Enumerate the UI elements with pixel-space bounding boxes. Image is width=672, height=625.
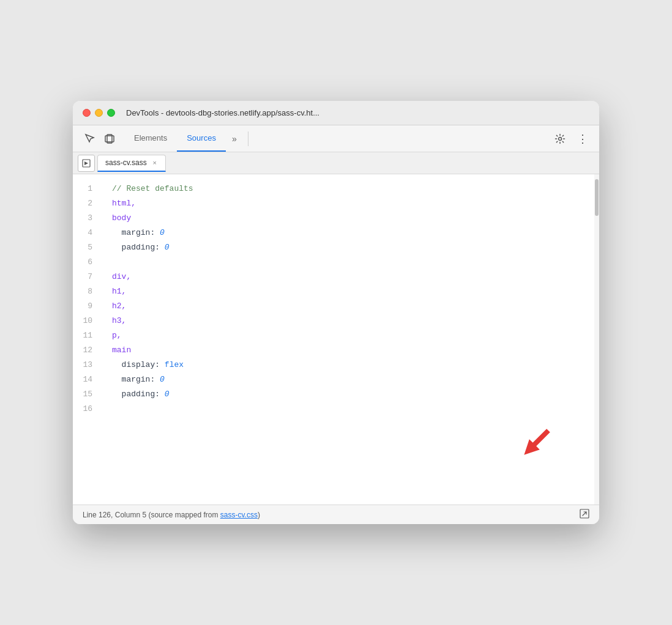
minimize-button[interactable] bbox=[95, 109, 103, 117]
status-source-link[interactable]: sass-cv.css bbox=[220, 511, 258, 519]
menu-icon[interactable]: ⋮ bbox=[572, 129, 592, 149]
status-bar: Line 126, Column 5 (source mapped from s… bbox=[73, 505, 599, 524]
toolbar: Elements Sources » ⋮ bbox=[73, 125, 599, 152]
settings-icon[interactable] bbox=[550, 129, 570, 149]
devtools-window: DevTools - devtools-dbg-stories.netlify.… bbox=[73, 101, 599, 524]
code-line-14: margin: 0 bbox=[112, 372, 584, 387]
maximize-button[interactable] bbox=[107, 109, 115, 117]
title-bar: DevTools - devtools-dbg-stories.netlify.… bbox=[73, 101, 599, 125]
code-line-4: margin: 0 bbox=[112, 226, 584, 240]
scrollbar[interactable] bbox=[594, 174, 599, 505]
status-text: Line 126, Column 5 (source mapped from s… bbox=[83, 511, 260, 519]
code-line-8: h1, bbox=[112, 284, 584, 299]
panel-toggle-icon[interactable] bbox=[78, 155, 95, 172]
scrollbar-thumb[interactable] bbox=[595, 179, 599, 216]
code-line-15: padding: 0 bbox=[112, 387, 584, 402]
file-tab-close-icon[interactable]: × bbox=[151, 158, 159, 167]
code-line-2: html, bbox=[112, 196, 584, 211]
code-line-6 bbox=[112, 255, 584, 270]
tab-elements[interactable]: Elements bbox=[124, 125, 177, 152]
more-tabs-icon[interactable]: » bbox=[226, 130, 243, 147]
inspect-icon[interactable] bbox=[80, 129, 100, 149]
close-button[interactable] bbox=[83, 109, 91, 117]
traffic-lights bbox=[83, 109, 115, 117]
line-numbers: 1 2 3 4 5 6 7 8 9 10 11 12 13 14 15 16 bbox=[73, 174, 102, 505]
device-icon[interactable] bbox=[100, 129, 119, 149]
tab-sources[interactable]: Sources bbox=[177, 125, 226, 152]
code-line-13: display: flex bbox=[112, 358, 584, 372]
svg-rect-0 bbox=[105, 136, 114, 142]
svg-marker-4 bbox=[84, 161, 88, 165]
file-tab-bar: sass-cv.sass × bbox=[73, 152, 599, 174]
status-expand-icon[interactable] bbox=[580, 509, 589, 520]
code-line-10: h3, bbox=[112, 314, 584, 328]
code-line-12: main bbox=[112, 343, 584, 358]
code-line-7: div, bbox=[112, 270, 584, 284]
file-tab-sass-cv[interactable]: sass-cv.sass × bbox=[97, 155, 166, 172]
toolbar-divider bbox=[248, 131, 248, 146]
svg-point-2 bbox=[559, 137, 562, 140]
code-line-3: body bbox=[112, 211, 584, 226]
status-right bbox=[580, 509, 589, 520]
code-content: // Reset defaults html, body margin: 0 p… bbox=[102, 174, 594, 505]
code-line-9: h2, bbox=[112, 299, 584, 314]
toolbar-right: ⋮ bbox=[550, 129, 592, 149]
file-tab-name: sass-cv.sass bbox=[105, 158, 147, 167]
code-line-5: padding: 0 bbox=[112, 240, 584, 255]
code-area: 1 2 3 4 5 6 7 8 9 10 11 12 13 14 15 16 /… bbox=[73, 174, 599, 505]
code-line-11: p, bbox=[112, 328, 584, 343]
main-tabs: Elements Sources » bbox=[124, 125, 243, 152]
code-line-16 bbox=[112, 402, 584, 416]
code-line-1: // Reset defaults bbox=[112, 182, 584, 196]
window-title: DevTools - devtools-dbg-stories.netlify.… bbox=[126, 108, 319, 117]
